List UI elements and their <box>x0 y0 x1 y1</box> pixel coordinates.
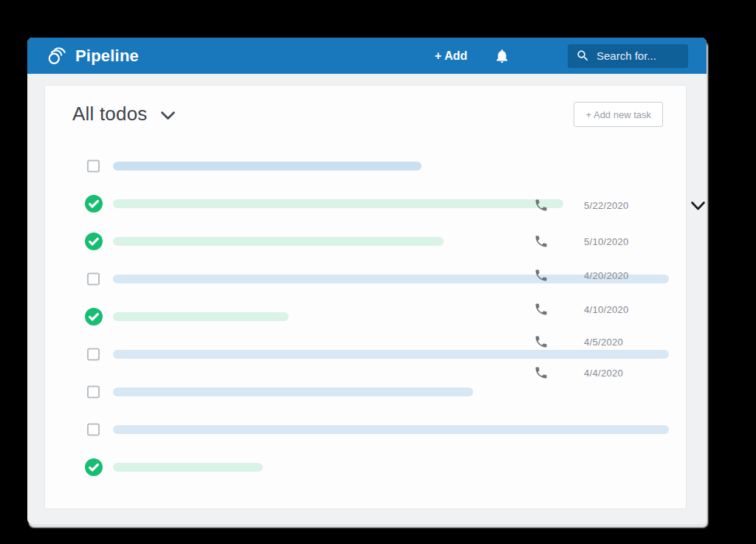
todo-row[interactable] <box>45 421 686 438</box>
todo-row[interactable]: 5/10/2020 <box>45 233 686 250</box>
todo-title-placeholder <box>113 388 473 396</box>
todo-row[interactable] <box>45 458 686 476</box>
due-date: 5/22/2020 <box>584 200 629 211</box>
todo-checkbox[interactable] <box>87 386 100 399</box>
todo-title-placeholder <box>113 162 422 171</box>
todo-title-placeholder <box>113 463 263 472</box>
phone-icon <box>534 365 549 380</box>
todo-completed-icon[interactable] <box>85 195 103 213</box>
due-date: 5/10/2020 <box>584 236 629 247</box>
todo-row[interactable] <box>45 157 686 175</box>
phone-icon <box>534 234 549 249</box>
todo-completed-icon[interactable] <box>85 233 103 250</box>
todo-checkbox[interactable] <box>87 424 100 436</box>
brand[interactable]: Pipeline <box>47 46 139 66</box>
todo-checkbox[interactable] <box>87 273 100 286</box>
due-date: 4/20/2020 <box>584 270 629 281</box>
notifications-bell-button[interactable] <box>494 48 510 64</box>
todo-checkbox[interactable] <box>87 348 100 361</box>
phone-icon <box>534 302 549 317</box>
todo-row[interactable]: 4/5/2020 <box>45 345 686 363</box>
todo-title-placeholder <box>113 425 669 434</box>
phone-icon <box>534 268 549 283</box>
todo-row[interactable]: 4/20/2020 <box>45 270 686 288</box>
due-date: 4/10/2020 <box>584 304 629 315</box>
phone-icon <box>534 198 549 213</box>
scroll-down-chevron-icon[interactable] <box>690 201 706 211</box>
app-window: Pipeline + Add Search for... All todos +… <box>27 38 707 524</box>
bell-icon <box>494 48 510 64</box>
todo-list: 5/22/20205/10/20204/20/20204/10/20204/5/… <box>45 86 686 509</box>
todo-title-placeholder <box>113 350 669 359</box>
phone-icon <box>534 334 549 349</box>
todo-title-placeholder <box>113 237 444 246</box>
add-button[interactable]: + Add <box>435 49 467 63</box>
todo-title-placeholder <box>113 199 563 208</box>
search-icon <box>576 49 590 63</box>
app-title: Pipeline <box>75 47 139 66</box>
due-date: 4/5/2020 <box>584 337 623 348</box>
todo-completed-icon[interactable] <box>85 308 103 326</box>
search-box[interactable]: Search for... <box>568 44 688 68</box>
search-placeholder: Search for... <box>597 49 656 62</box>
todos-card: All todos + Add new task 5/22/20205/10/2… <box>44 85 687 509</box>
todo-row[interactable]: 4/10/2020 <box>45 308 686 326</box>
pipeline-logo-icon <box>47 46 69 66</box>
todo-title-placeholder <box>113 312 289 321</box>
due-date: 4/4/2020 <box>584 368 623 379</box>
todo-checkbox[interactable] <box>87 160 100 173</box>
todo-row[interactable]: 4/4/2020 <box>45 383 686 401</box>
todo-completed-icon[interactable] <box>85 458 103 476</box>
top-nav: Pipeline + Add Search for... <box>27 38 707 74</box>
todo-row[interactable]: 5/22/2020 <box>45 195 686 213</box>
